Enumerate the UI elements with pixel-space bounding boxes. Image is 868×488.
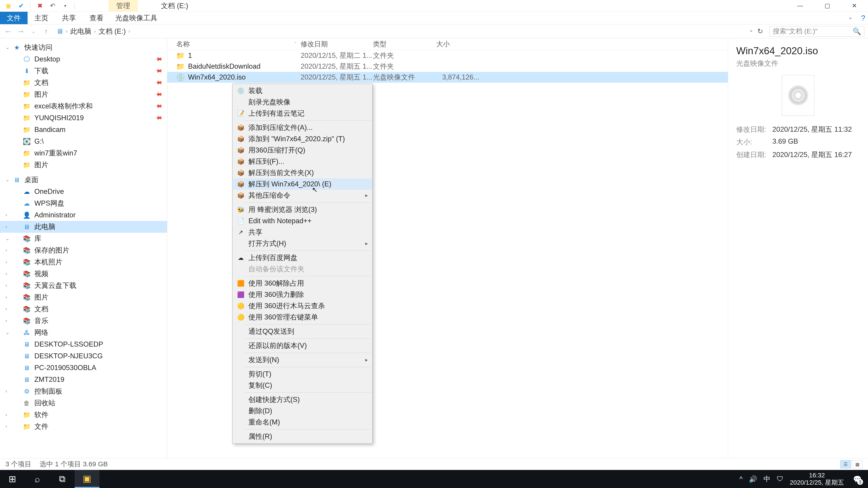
sidebar-quick-access[interactable]: ⌄ ★ 快速访问 <box>0 41 167 53</box>
context-menu-item[interactable]: ↗共享 <box>233 227 372 238</box>
sidebar-this-pc[interactable]: › 🖥 此电脑 <box>0 221 167 233</box>
context-menu-item[interactable]: 通过QQ发送到 <box>233 326 372 337</box>
context-menu-item[interactable]: 创建快捷方式(S) <box>233 394 372 405</box>
ribbon-tab-home[interactable]: 主页 <box>28 12 55 24</box>
ime-indicator[interactable]: 中 <box>764 475 770 484</box>
back-button[interactable]: ← <box>4 27 13 36</box>
file-row[interactable]: 📁12020/12/15, 星期二 1...文件夹 <box>167 50 728 61</box>
details-view-button[interactable]: ☰ <box>840 460 851 468</box>
notifications-button[interactable]: 💬 3 <box>850 472 864 486</box>
sidebar-item[interactable]: 📁图片📌 <box>0 89 167 100</box>
context-menu-item[interactable]: 📄Edit with Notepad++ <box>233 215 372 227</box>
context-menu-item[interactable]: 📦用360压缩打开(Q) <box>233 144 372 156</box>
sidebar-item[interactable]: 📁YUNQISHI2019📌 <box>0 112 167 124</box>
chevron-right-icon[interactable]: › <box>5 318 7 324</box>
ribbon-tab-view[interactable]: 查看 <box>83 12 110 24</box>
security-icon[interactable]: 🛡 <box>777 475 783 483</box>
context-menu-item[interactable]: 刻录光盘映像 <box>233 96 372 108</box>
chevron-right-icon[interactable]: › <box>5 283 7 289</box>
sidebar-item[interactable]: ⬇下载📌 <box>0 65 167 77</box>
address-path[interactable]: 🖥 › 此电脑 › 文档 (E:) › <box>54 26 743 37</box>
sidebar-item[interactable]: 📁excel表格制作求和📌 <box>0 100 167 112</box>
up-button[interactable]: ↑ <box>41 27 51 36</box>
sidebar-item[interactable]: 📁Bandicam <box>0 124 167 135</box>
file-row[interactable]: 💿Win7x64_2020.iso2020/12/25, 星期五 1...光盘映… <box>167 72 728 83</box>
help-icon[interactable]: ? <box>861 13 865 22</box>
context-menu-item[interactable]: 📦解压到 Win7x64_2020\ (E) <box>233 178 372 190</box>
sidebar-library-item[interactable]: ›📚保存的图片 <box>0 245 167 256</box>
sidebar-network-item[interactable]: 🖥ZMT2019 <box>0 374 167 385</box>
context-menu-item[interactable]: 📦解压到(F)... <box>233 156 372 167</box>
sidebar-recycle-bin[interactable]: 🗑 回收站 <box>0 397 167 409</box>
sidebar-libraries[interactable]: ⌄ 📚 库 <box>0 233 167 245</box>
context-menu-item[interactable]: ☁上传到百度网盘 <box>233 252 372 263</box>
tray-overflow-icon[interactable]: ^ <box>739 475 743 483</box>
sidebar-network-item[interactable]: 🖥PC-20190530OBLA <box>0 362 167 374</box>
context-menu-item[interactable]: 删除(D) <box>233 405 372 417</box>
search-button[interactable]: ⌕ <box>25 470 50 488</box>
column-header-type[interactable]: 类型 <box>373 39 436 49</box>
recent-dropdown[interactable]: ⌄ <box>29 29 38 34</box>
sidebar-wps[interactable]: ☁ WPS网盘 <box>0 197 167 209</box>
sidebar-library-item[interactable]: ›📚文档 <box>0 303 167 315</box>
dropdown-icon[interactable]: ⌄ <box>749 27 753 35</box>
context-menu-item[interactable]: 打开方式(H)▸ <box>233 238 372 249</box>
start-button[interactable]: ⊞ <box>0 470 25 488</box>
context-menu-item[interactable]: 📝上传到有道云笔记 <box>233 108 372 119</box>
chevron-right-icon[interactable]: › <box>5 412 7 418</box>
volume-icon[interactable]: 🔊 <box>749 475 757 483</box>
forward-button[interactable]: → <box>16 27 25 36</box>
delete-icon[interactable]: ✖ <box>35 1 44 11</box>
chevron-right-icon[interactable]: › <box>5 271 7 277</box>
sidebar-onedrive[interactable]: ☁ OneDrive <box>0 186 167 197</box>
minimize-button[interactable]: — <box>786 0 814 12</box>
sidebar-library-item[interactable]: ›📚视频 <box>0 268 167 280</box>
sidebar-network-item[interactable]: 🖥DESKTOP-LSSOEDP <box>0 338 167 350</box>
column-header-size[interactable]: 大小 <box>436 39 484 49</box>
file-row[interactable]: 📁BaiduNetdiskDownload2020/12/25, 星期五 1..… <box>167 61 728 72</box>
column-header-date[interactable]: 修改日期 <box>301 39 373 49</box>
search-input[interactable]: 搜索"文档 (E:)" 🔍 <box>770 26 864 37</box>
chevron-down-icon[interactable]: ⌄ <box>5 44 9 51</box>
undo-icon[interactable]: ↶ <box>48 1 57 11</box>
context-menu-item[interactable]: 💿装载 <box>233 85 372 96</box>
ribbon-tab-disc-tools[interactable]: 光盘映像工具 <box>108 12 164 24</box>
sidebar-library-item[interactable]: ›📚音乐 <box>0 315 167 327</box>
save-icon[interactable]: ✔ <box>16 1 26 11</box>
clock[interactable]: 16:32 2020/12/25, 星期五 <box>790 472 844 486</box>
context-menu-item[interactable]: 📦其他压缩命令▸ <box>233 190 372 201</box>
maximize-button[interactable]: ▢ <box>814 0 841 12</box>
sidebar-administrator[interactable]: › 👤 Administrator <box>0 209 167 221</box>
context-menu-item[interactable]: 属性(R) <box>233 431 372 442</box>
explorer-taskbar-button[interactable]: ▣ <box>74 470 99 488</box>
sidebar-files[interactable]: › 📁 文件 <box>0 421 167 432</box>
sidebar-network[interactable]: ⌄ 🖧 网络 <box>0 327 167 338</box>
context-menu-item[interactable]: 📦添加到 "Win7x64_2020.zip" (T) <box>233 133 372 144</box>
column-header-name[interactable]: 名称 ˆ <box>167 39 301 49</box>
sidebar-item[interactable]: 📁win7重装win7 <box>0 147 167 159</box>
task-view-button[interactable]: ⧉ <box>50 470 74 488</box>
sidebar-desktop[interactable]: ⌄ 🖥 桌面 <box>0 174 167 186</box>
context-menu-item[interactable]: 📦添加到压缩文件(A)... <box>233 122 372 133</box>
sidebar-item[interactable]: 💽G:\ <box>0 135 167 147</box>
chevron-down-icon[interactable]: ⌄ <box>5 236 9 241</box>
context-menu-item[interactable]: 🟡使用 360进行木马云查杀 <box>233 300 372 312</box>
chevron-right-icon[interactable]: › <box>5 306 7 312</box>
context-menu-item[interactable]: 复制(C) <box>233 380 372 391</box>
context-menu-item[interactable]: 📦解压到当前文件夹(X) <box>233 167 372 178</box>
chevron-right-icon[interactable]: › <box>5 388 7 394</box>
context-menu-item[interactable]: 发送到(N)▸ <box>233 354 372 365</box>
context-menu-item[interactable]: 🐝用 蜂蜜浏览器 浏览(3) <box>233 204 372 215</box>
sidebar-library-item[interactable]: ›📚天翼云盘下载 <box>0 280 167 291</box>
sidebar-library-item[interactable]: ›📚本机照片 <box>0 256 167 268</box>
context-menu-item[interactable]: 🟧使用 360解除占用 <box>233 278 372 289</box>
ribbon-expand-icon[interactable]: ⌄ <box>848 14 852 20</box>
breadcrumb[interactable]: 此电脑 <box>70 27 91 36</box>
context-menu-item[interactable]: 🟪使用 360强力删除 <box>233 289 372 300</box>
chevron-right-icon[interactable]: › <box>5 294 7 300</box>
sidebar-network-item[interactable]: 🖥DESKTOP-NJEU3CG <box>0 350 167 362</box>
sidebar-item[interactable]: 📁文档📌 <box>0 77 167 89</box>
chevron-down-icon[interactable]: ⌄ <box>5 330 9 335</box>
refresh-icon[interactable]: ↻ <box>757 27 763 35</box>
context-menu-item[interactable]: 重命名(M) <box>233 417 372 428</box>
